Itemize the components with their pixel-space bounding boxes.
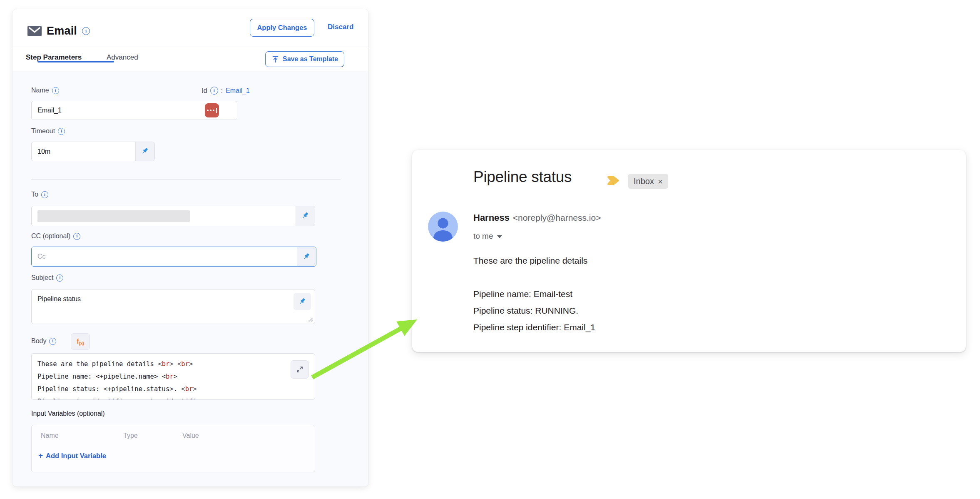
input-variables-card: Name Type Value + Add Input Variable [31,425,315,472]
id-label-text: Id [201,87,207,95]
pin-icon [141,147,149,156]
apply-changes-button[interactable]: Apply Changes [250,19,314,37]
tabbar: Step Parameters Advanced Save as Templat… [12,47,368,71]
save-as-template-button[interactable]: Save as Template [265,51,344,67]
timeout-field-label: Timeout i [31,127,65,135]
pin-icon [302,252,311,261]
info-icon[interactable]: i [52,87,59,94]
fx-sub-label: (x) [79,341,84,346]
email-preview-card: Pipeline status Inbox × Harness<noreply@… [412,150,966,352]
pin-icon [298,297,307,306]
email-step-panel: Email i Apply Changes Discard Step Param… [12,9,368,487]
plus-icon: + [38,451,43,460]
add-input-variable-button[interactable]: + Add Input Variable [38,451,106,460]
inbox-chip-label: Inbox [634,177,654,186]
save-as-template-label: Save as Template [283,55,338,63]
timeout-pin-button[interactable] [135,142,154,161]
cc-input-group [31,247,316,267]
to-pin-button[interactable] [296,206,315,226]
cc-input[interactable] [32,247,297,266]
important-label-icon [607,176,620,185]
subject-pin-button[interactable] [294,293,311,310]
recipient-label: to me [473,232,493,241]
section-divider [31,179,341,180]
info-icon[interactable]: i [58,128,65,135]
name-field-label: Name i [31,87,59,94]
cc-pin-button[interactable] [297,247,316,266]
input-variables-label: Input Variables (optional) [31,410,105,417]
email-icon [27,26,42,36]
sender-email: <noreply@harness.io> [513,213,601,222]
step-parameters-form: Name i Id i : Email_1 Timeout i [12,71,368,487]
sender-avatar[interactable] [428,212,458,242]
body-field-label: Body i [31,337,56,345]
tab-label: Advanced [107,53,138,61]
chevron-down-icon [497,235,502,238]
to-input-group[interactable] [31,206,315,226]
id-row: Id i : Email_1 [201,87,250,95]
info-icon[interactable]: i [82,27,90,35]
column-header-name: Name [41,432,59,439]
to-label-text: To [31,191,38,198]
subject-textarea[interactable]: Pipeline status [31,289,315,324]
tab-step-parameters[interactable]: Step Parameters [26,53,82,62]
name-edit-icon[interactable] [205,103,219,117]
body-label-text: Body [31,337,46,345]
body-code-lines: These are the pipeline details <br> <br>… [37,358,309,400]
subject-label-text: Subject [31,274,53,282]
cc-field-label: CC (optional) i [31,232,80,240]
tab-advanced[interactable]: Advanced [107,53,138,62]
expand-body-button[interactable] [291,360,309,379]
sender-name: Harness [473,212,510,223]
subject-field-label: Subject i [31,274,63,282]
tab-label: Step Parameters [26,53,82,61]
column-header-value: Value [182,432,199,439]
chip-close-icon[interactable]: × [658,177,663,186]
resize-handle-icon[interactable] [308,317,313,322]
add-input-variable-label: Add Input Variable [46,452,106,460]
to-input[interactable] [32,206,296,226]
email-subject-title: Pipeline status [473,168,572,186]
info-icon[interactable]: i [210,87,218,95]
panel-header: Email i [27,20,90,42]
to-field-label: To i [31,191,48,198]
email-body: These are the pipeline details Pipeline … [473,252,595,336]
screen: Email i Apply Changes Discard Step Param… [0,0,980,499]
discard-button[interactable]: Discard [328,23,353,31]
inbox-label-chip[interactable]: Inbox × [628,174,668,189]
info-icon[interactable]: i [56,274,63,282]
info-icon[interactable]: i [49,338,56,345]
timeout-input-group [31,142,155,161]
info-icon[interactable]: i [73,233,80,240]
name-label-text: Name [31,87,49,94]
timeout-label-text: Timeout [31,127,55,135]
cc-label-text: CC (optional) [31,232,70,240]
body-textarea[interactable]: These are the pipeline details <br> <br>… [31,353,315,400]
timeout-input[interactable] [32,142,135,161]
upload-icon [271,55,279,63]
panel-title: Email [47,25,77,37]
expression-fx-button[interactable]: f(x) [71,333,90,350]
active-tab-underline [37,61,114,62]
expand-icon [296,365,304,374]
redacted-to-value [37,210,190,222]
id-value-link[interactable]: Email_1 [226,87,250,95]
subject-value: Pipeline status [37,295,81,302]
sender-line: Harness<noreply@harness.io> [473,212,601,223]
recipient-dropdown[interactable]: to me [473,232,502,241]
info-icon[interactable]: i [41,191,48,198]
pin-icon [301,212,310,220]
id-separator: : [221,87,223,95]
column-header-type: Type [123,432,138,439]
